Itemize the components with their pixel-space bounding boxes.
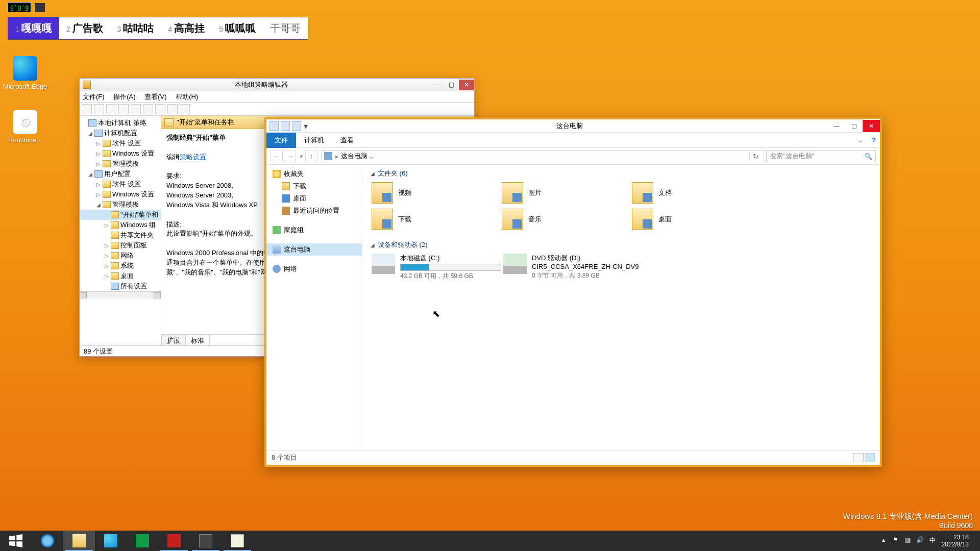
folder-documents[interactable]: 文档 [631, 181, 761, 205]
tool-filter-icon[interactable] [155, 104, 165, 114]
address-bar[interactable]: ▸ 这台电脑 ⌵ ↻ [322, 150, 764, 162]
tab-file[interactable]: 文件 [266, 133, 296, 148]
tray-clock[interactable]: 23:18 2022/8/13 [942, 534, 969, 548]
group-header-folders[interactable]: ◢文件夹 (6) [371, 169, 872, 178]
nav-downloads[interactable]: 下载 [266, 180, 362, 192]
qa-app-icon[interactable] [270, 121, 279, 131]
taskbar-store[interactable] [127, 531, 158, 551]
taskbar-notepad[interactable] [222, 531, 253, 551]
scroll-left-icon[interactable] [80, 292, 87, 298]
tree-node[interactable]: 所有设置 [80, 281, 161, 291]
titlebar[interactable]: 本地组策略编辑器 — ▢ ✕ [80, 79, 474, 91]
ime-mode-icon[interactable] [35, 3, 45, 12]
ime-candidate[interactable]: 5呱呱呱 [212, 17, 263, 39]
taskbar-app[interactable] [158, 531, 190, 551]
ime-candidate[interactable]: 3咕咕咕 [110, 17, 161, 39]
ime-input[interactable]: g'g'g [8, 2, 31, 12]
nav-homegroup[interactable]: 家庭组 [266, 224, 362, 236]
tree-node[interactable]: ◢管理模板 [80, 199, 161, 210]
tree-node[interactable]: ▷管理模板 [80, 159, 161, 169]
tree-node-user-config[interactable]: ◢用户配置 [80, 169, 161, 179]
ribbon-collapse-icon[interactable]: ⌵ [859, 136, 863, 144]
minimize-button[interactable]: — [828, 120, 845, 132]
desktop-icon-edge[interactable]: Microsoft Edge [2, 56, 48, 90]
maximize-button[interactable]: ▢ [845, 120, 863, 132]
taskbar-edge[interactable] [95, 531, 127, 551]
drive-d[interactable]: DVD 驱动器 (D:) CIR5_CCSA_X64FRE_ZH-CN_DV9 … [502, 253, 655, 282]
tree-node-root[interactable]: 本地计算机 策略 [80, 118, 161, 128]
refresh-button[interactable]: ↻ [749, 153, 762, 160]
taskbar-ie[interactable] [32, 531, 63, 551]
nav-history-dropdown[interactable]: ▾ [297, 150, 304, 162]
tool-refresh-icon[interactable] [118, 104, 129, 114]
view-tiles-button[interactable] [865, 453, 875, 462]
menu-help[interactable]: 帮助(H) [176, 93, 198, 101]
tray-network-icon[interactable]: ▥ [903, 536, 913, 545]
taskbar-explorer[interactable] [63, 531, 95, 551]
ime-candidate[interactable]: 2广告歌 [59, 17, 110, 39]
scroll-right-icon[interactable] [154, 292, 161, 298]
titlebar[interactable]: ▾ 这台电脑 — ▢ ✕ [266, 119, 880, 133]
help-icon[interactable]: ? [872, 136, 876, 144]
tool-forward-icon[interactable] [94, 104, 104, 114]
show-desktop-button[interactable] [974, 531, 978, 551]
tree-node[interactable]: ▷软件 设置 [80, 179, 161, 189]
tool-up-icon[interactable] [106, 104, 116, 114]
tree-node[interactable]: ▷Windows 设置 [80, 189, 161, 199]
content-pane[interactable]: ◢文件夹 (6) 视频 图片 文档 下载 音乐 桌面 ◢设备和驱动器 (2) 本… [362, 165, 880, 450]
tree-h-scrollbar[interactable] [80, 291, 161, 298]
nav-forward-button[interactable]: → [284, 150, 296, 162]
tree-node[interactable]: ▷Windows 设置 [80, 148, 161, 159]
qa-dropdown-icon[interactable]: ▾ [303, 121, 308, 131]
minimize-button[interactable]: — [428, 80, 444, 90]
taskbar-app[interactable] [190, 531, 222, 551]
folder-downloads[interactable]: 下载 [371, 208, 501, 231]
tray-action-center-icon[interactable]: ⚑ [891, 536, 900, 545]
address-dropdown-icon[interactable]: ⌵ [370, 153, 374, 160]
tree-node[interactable]: ▷系统 [80, 261, 161, 271]
tree-node-computer-config[interactable]: ◢计算机配置 [80, 128, 161, 138]
nav-favorites[interactable]: 收藏夹 [266, 168, 362, 180]
tree-node[interactable]: 共享文件夹 [80, 230, 161, 240]
nav-network[interactable]: 网络 [266, 263, 362, 275]
tab-extended[interactable]: 扩展 [161, 335, 186, 345]
ime-candidate[interactable]: 1嘎嘎嘎 [8, 17, 59, 39]
group-header-drives[interactable]: ◢设备和驱动器 (2) [371, 240, 872, 249]
search-input[interactable]: 搜索"这台电脑" 🔍 [766, 150, 876, 162]
tray-ime-icon[interactable]: 中 [928, 536, 937, 545]
folder-desktop[interactable]: 桌面 [631, 208, 761, 231]
tree-node[interactable]: ▷桌面 [80, 271, 161, 281]
tab-computer[interactable]: 计算机 [296, 133, 332, 148]
nav-this-pc[interactable]: 这台电脑 [266, 243, 362, 256]
nav-desktop[interactable]: 桌面 [266, 192, 362, 205]
start-button[interactable] [0, 531, 32, 551]
folder-music[interactable]: 音乐 [501, 208, 631, 231]
ime-more[interactable]: 干哥哥 [263, 17, 308, 39]
close-button[interactable]: ✕ [863, 120, 880, 132]
edit-policy-link[interactable]: 策略设置 [180, 153, 206, 161]
tool-filter-icon[interactable] [167, 104, 178, 114]
menu-view[interactable]: 查看(V) [144, 93, 166, 101]
nav-up-button[interactable]: ↑ [305, 150, 317, 162]
maximize-button[interactable]: ▢ [444, 80, 459, 90]
tray-overflow-icon[interactable]: ▴ [879, 536, 888, 545]
tray-volume-icon[interactable]: 🔊 [916, 536, 925, 545]
tool-back-icon[interactable] [82, 104, 92, 114]
tree-node[interactable]: ▷网络 [80, 251, 161, 261]
search-icon[interactable]: 🔍 [864, 153, 872, 160]
desktop-icon-runonce[interactable]: ⚙ RunOnce... [2, 110, 48, 144]
nav-recent[interactable]: 最近访问的位置 [266, 205, 362, 217]
ime-candidate[interactable]: 4高高挂 [161, 17, 212, 39]
qa-newfolder-icon[interactable] [292, 121, 301, 131]
tree-node-start-menu[interactable]: "开始"菜单和 [80, 210, 161, 220]
drive-c[interactable]: 本地磁盘 (C:) 43.2 GB 可用，共 59.6 GB [371, 253, 502, 282]
tab-view[interactable]: 查看 [332, 133, 362, 148]
tree-node[interactable]: ▷软件 设置 [80, 138, 161, 148]
tree-node[interactable]: ▷控制面板 [80, 240, 161, 251]
folder-videos[interactable]: 视频 [371, 181, 501, 205]
tool-filter-icon[interactable] [180, 104, 190, 114]
view-details-button[interactable] [853, 453, 864, 462]
qa-properties-icon[interactable] [281, 121, 290, 131]
close-button[interactable]: ✕ [459, 80, 474, 90]
tool-export-icon[interactable] [131, 104, 141, 114]
